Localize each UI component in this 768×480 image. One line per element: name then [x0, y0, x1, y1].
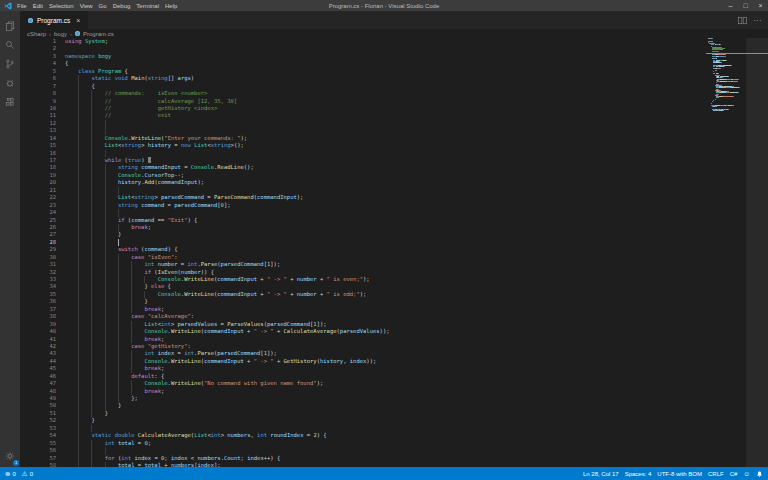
code-line[interactable]: 53 [20, 425, 768, 432]
menu-debug[interactable]: Debug [113, 3, 131, 9]
code-line[interactable]: 55int total = 0; [20, 440, 768, 447]
code-line[interactable]: 36} [20, 298, 768, 305]
code-line[interactable]: 52} [20, 417, 768, 424]
indent-guide [105, 373, 118, 380]
explorer-icon[interactable] [0, 16, 20, 35]
code-line[interactable]: 30case "isEven": [20, 254, 768, 261]
code-line[interactable]: 2 [20, 45, 768, 52]
code-line[interactable]: 13 [20, 127, 768, 134]
feedback-smiley[interactable]: ☺ [743, 470, 750, 477]
code-line[interactable]: 27} [20, 231, 768, 238]
breadcrumb-item-programcs[interactable]: Program.cs [83, 31, 114, 37]
code-line[interactable]: 14Console.WriteLine("Enter your commands… [20, 135, 768, 142]
code-line[interactable]: 46default: { [20, 373, 768, 380]
code-editor[interactable]: 1using System;23namespace bogy4{5class P… [20, 38, 768, 467]
code-line[interactable]: 35Console.WriteLine(commandInput + " -> … [20, 291, 768, 298]
code-line[interactable]: 50} [20, 402, 768, 409]
menu-edit[interactable]: Edit [33, 3, 43, 9]
code-line[interactable]: 4{ [20, 60, 768, 67]
code-line[interactable]: 41break; [20, 336, 768, 343]
code-line[interactable]: 51} [20, 410, 768, 417]
source-control-icon[interactable] [0, 54, 20, 73]
debug-icon[interactable] [0, 73, 20, 92]
menu-help[interactable]: Help [165, 3, 177, 9]
menu-terminal[interactable]: Terminal [136, 3, 159, 9]
tab-program-cs[interactable]: Program.cs × [20, 11, 88, 29]
code-line[interactable]: 25if (command == "Exit") { [20, 217, 768, 224]
code-line[interactable]: 16 [20, 150, 768, 157]
code-line[interactable]: 39List<int> parsedValues = ParseValues(p… [20, 321, 768, 328]
code-line[interactable]: 45break; [20, 365, 768, 372]
code-line[interactable]: 12 [20, 120, 768, 127]
language-mode[interactable]: C# [730, 471, 738, 477]
breadcrumb-item-bogy[interactable]: bogy [54, 31, 67, 37]
code-line[interactable]: 57for (int index = 0; index < numbers.Co… [20, 455, 768, 462]
indent-guide [78, 98, 91, 105]
code-line[interactable]: 28 [20, 239, 768, 246]
code-line[interactable]: 47Console.WriteLine("No command with giv… [20, 380, 768, 387]
close-button[interactable]: × [753, 0, 768, 11]
code-line[interactable]: 8// commands: isEven <number> [20, 90, 768, 97]
code-line[interactable]: 20history.Add(commandInput); [20, 179, 768, 186]
code-line[interactable]: 49}; [20, 395, 768, 402]
code-line-content: if (command == "Exit") { [65, 217, 197, 224]
code-line[interactable]: 40Console.WriteLine(commandInput + " -> … [20, 328, 768, 335]
line-number: 8 [20, 90, 65, 97]
extensions-icon[interactable] [0, 92, 20, 111]
split-editor-icon[interactable] [738, 16, 747, 25]
code-line[interactable]: 32if (IsEven(number)) { [20, 269, 768, 276]
code-line[interactable]: 23string command = parsedCommand[0]; [20, 202, 768, 209]
code-line[interactable]: 18string commandInput = Console.ReadLine… [20, 164, 768, 171]
code-token: int [184, 350, 194, 356]
code-line[interactable]: 6static void Main(string[] args) [20, 75, 768, 82]
code-line[interactable]: 1using System; [20, 38, 768, 45]
minimap[interactable] [708, 38, 746, 111]
tab-close-icon[interactable]: × [76, 17, 80, 24]
indentation[interactable]: Spaces: 4 [625, 471, 652, 477]
code-line[interactable]: 34} else { [20, 283, 768, 290]
code-line[interactable]: 9// calcAverage [12, 35, 30] [20, 98, 768, 105]
code-line[interactable]: 54static double CalculateAverage(List<in… [20, 432, 768, 439]
code-line[interactable]: 26break; [20, 224, 768, 231]
code-line[interactable]: 24 [20, 209, 768, 216]
menu-selection[interactable]: Selection [49, 3, 74, 9]
indent-guide [91, 447, 104, 454]
code-line[interactable]: 42case "getHistory": [20, 343, 768, 350]
error-count[interactable]: ⊗0 [5, 470, 16, 478]
menu-go[interactable]: Go [99, 3, 107, 9]
warning-count[interactable]: ⚠0 [22, 470, 33, 478]
code-line[interactable]: 5class Program { [20, 68, 768, 75]
code-line[interactable]: 10// getHistory <index> [20, 105, 768, 112]
code-line[interactable]: 17while (true) { [20, 157, 768, 164]
notifications-bell-icon[interactable] [756, 470, 763, 478]
maximize-button[interactable]: □ [738, 0, 753, 11]
code-line[interactable]: 29switch (command) { [20, 246, 768, 253]
code-line[interactable]: 38case "calcAverage": [20, 313, 768, 320]
settings-gear-icon[interactable]: 1 [0, 446, 20, 465]
code-line[interactable]: 37break; [20, 306, 768, 313]
vertical-scrollbar[interactable] [746, 38, 768, 467]
code-line[interactable]: 11// exit [20, 112, 768, 119]
code-line[interactable]: 33Console.WriteLine(commandInput + " -> … [20, 276, 768, 283]
menu-view[interactable]: View [80, 3, 93, 9]
code-token: index [171, 455, 188, 461]
encoding[interactable]: UTF-8 with BOM [657, 471, 702, 477]
code-line[interactable]: 21 [20, 187, 768, 194]
code-line[interactable]: 43int index = int.Parse(parsedCommand[1]… [20, 350, 768, 357]
code-line[interactable]: 31int number = int.Parse(parsedCommand[1… [20, 261, 768, 268]
search-icon[interactable] [0, 35, 20, 54]
eol-sequence[interactable]: CRLF [708, 471, 724, 477]
minimize-button[interactable]: – [723, 0, 738, 11]
code-line[interactable]: 22List<string> parsedCommand = ParseComm… [20, 194, 768, 201]
code-line[interactable]: 15List<string> history = new List<string… [20, 142, 768, 149]
more-actions-icon[interactable]: ··· [754, 17, 763, 24]
cursor-position[interactable]: Ln 28, Col 17 [583, 471, 619, 477]
code-line[interactable]: 48break; [20, 388, 768, 395]
code-line[interactable]: 7{ [20, 83, 768, 90]
code-line[interactable]: 56 [20, 447, 768, 454]
code-line[interactable]: 3namespace bogy [20, 53, 768, 60]
menu-file[interactable]: File [17, 3, 27, 9]
breadcrumb-item-csharp[interactable]: cSharp [27, 31, 46, 37]
code-line[interactable]: 19Console.CursorTop--; [20, 172, 768, 179]
code-line[interactable]: 44Console.WriteLine(commandInput + " -> … [20, 358, 768, 365]
